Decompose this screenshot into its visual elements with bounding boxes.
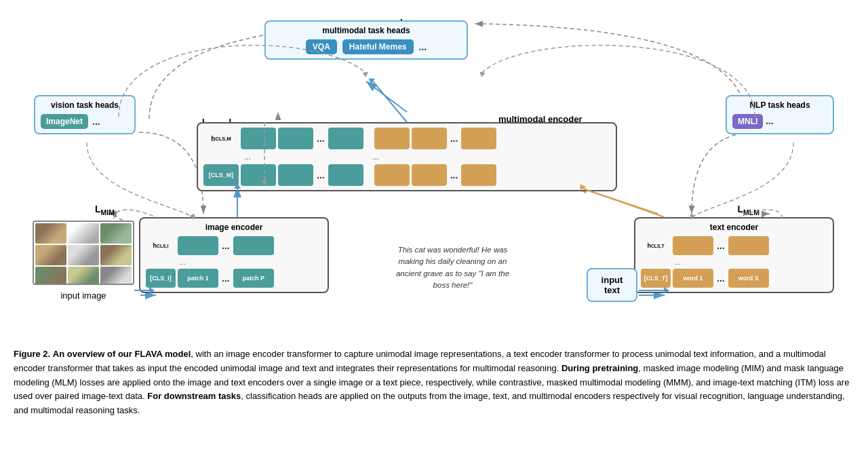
caption-text: This cat was wonderful! He was making hi… xyxy=(390,244,515,291)
input-image-container xyxy=(33,221,134,285)
text-encoder-box: text encoder hCLS,T ... ... [CLS_T] word… xyxy=(634,217,834,293)
text-encoder-title: text encoder xyxy=(641,223,827,232)
input-text-label: input text xyxy=(601,275,623,295)
vision-task-title: vision task heads xyxy=(41,100,129,110)
img-patch-3 xyxy=(100,223,132,244)
svg-marker-4 xyxy=(149,287,155,294)
word1-label: word 1 xyxy=(683,275,703,282)
vision-dots: ... xyxy=(92,116,100,127)
image-encoder-title: image encoder xyxy=(146,223,322,232)
patchP-label: patch P xyxy=(242,275,264,282)
imagenet-button[interactable]: ImageNet xyxy=(41,114,88,129)
text-enc-row1: hCLS,T ... xyxy=(641,236,827,255)
patch1-label: patch 1 xyxy=(187,275,209,282)
image-enc-row1: hCLS,I ... xyxy=(146,236,322,255)
text-enc-dots: ... xyxy=(641,258,827,266)
text-encoder-grid: hCLS,T ... ... [CLS_T] word 1 ... word S xyxy=(641,236,827,288)
img-patch-1 xyxy=(35,223,66,244)
multimodal-encoder-grid: hCLS,M ... ... ... xyxy=(203,128,610,186)
image-enc-dots: ... xyxy=(146,258,322,266)
vqa-button[interactable]: VQA xyxy=(306,39,337,54)
img-patch-9 xyxy=(100,267,132,285)
multimodal-row-dots: ... ... xyxy=(203,152,610,162)
downstream-bold: For downstream tasks xyxy=(147,391,241,401)
img-patch-2 xyxy=(68,223,99,244)
img-to-enc-arrow xyxy=(134,284,155,297)
multimodal-dots: ... xyxy=(419,41,427,52)
multimodal-row2: [CLS_M] ... ... xyxy=(203,164,610,186)
img-patch-6 xyxy=(100,245,132,265)
img-patch-7 xyxy=(35,267,66,285)
lmim-label: LMIM xyxy=(95,204,115,216)
fig-bold-text: An overview of our FLAVA model xyxy=(53,349,191,359)
img-patch-5 xyxy=(68,245,99,265)
nlp-task-title: NLP task heads xyxy=(732,100,827,110)
image-enc-row2: [CLS_I] patch 1 ... patch P xyxy=(146,269,322,288)
figure-caption: Figure 2. An overview of our FLAVA model… xyxy=(14,347,854,418)
mnli-button[interactable]: MNLI xyxy=(732,114,763,129)
wordS-label: word S xyxy=(738,275,759,282)
nlp-task-box: NLP task heads MNLI ... xyxy=(726,95,834,134)
img-patch-4 xyxy=(35,245,66,265)
nlp-dots: ... xyxy=(766,115,774,126)
input-text-box: input text xyxy=(587,268,637,302)
pretraining-bold: During pretraining xyxy=(561,363,638,373)
multimodal-encoder-box: hCLS,M ... ... ... xyxy=(197,122,617,191)
svg-marker-6 xyxy=(664,287,669,294)
fig-number: Figure 2. xyxy=(14,349,50,359)
image-encoder-box: image encoder hCLS,I ... ... [CLS_I] pat… xyxy=(139,217,329,293)
text-to-enc-arrow xyxy=(639,284,669,297)
svg-marker-14 xyxy=(367,75,375,84)
input-image-label: input image xyxy=(33,290,134,301)
image-encoder-grid: hCLS,I ... ... [CLS_I] patch 1 ... patch… xyxy=(146,236,322,288)
multimodal-task-title: multimodal task heads xyxy=(271,26,461,35)
multimodal-row1: hCLS,M ... ... xyxy=(203,128,610,149)
vision-task-box: vision task heads ImageNet ... xyxy=(34,95,136,134)
hateful-button[interactable]: Hateful Memes xyxy=(342,39,414,54)
img-patch-8 xyxy=(68,267,99,285)
svg-marker-7 xyxy=(362,69,370,77)
lmlm-label: LMLM xyxy=(738,204,760,216)
multimodal-task-box: multimodal task heads VQA Hateful Memes … xyxy=(264,20,468,60)
diagram: LGC LMIM LMMM, LITM LMLM vision task hea… xyxy=(14,14,854,339)
svg-marker-8 xyxy=(477,69,485,77)
